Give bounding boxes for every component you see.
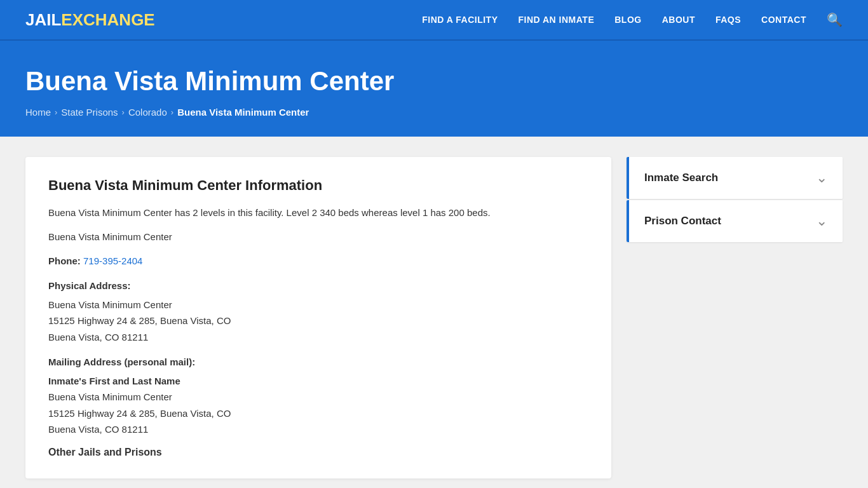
breadcrumb-sep-1: › [55, 107, 57, 117]
inmate-search-label: Inmate Search [644, 172, 718, 184]
chevron-down-icon: ⌄ [816, 170, 827, 186]
breadcrumb-home[interactable]: Home [25, 107, 51, 118]
main-container: Buena Vista Minimum Center Information B… [0, 137, 868, 488]
logo-exchange: EXCHANGE [61, 10, 154, 29]
sidebar-inmate-search: Inmate Search ⌄ [627, 157, 843, 199]
breadcrumb-state[interactable]: Colorado [128, 107, 167, 118]
nav-faqs[interactable]: FAQs [715, 15, 741, 25]
nav-links: FIND A FACILITY FIND AN INMATE BLOG ABOU… [422, 12, 843, 27]
phone-link[interactable]: 719-395-2404 [83, 255, 142, 266]
nav-find-facility[interactable]: FIND A FACILITY [422, 15, 498, 25]
mailing-address-line1: 15125 Highway 24 & 285, Buena Vista, CO [48, 405, 588, 422]
chevron-down-icon-2: ⌄ [816, 213, 827, 229]
breadcrumb-sep-3: › [171, 107, 173, 117]
physical-address-line2: Buena Vista, CO 81211 [48, 329, 588, 346]
prison-contact-header[interactable]: Prison Contact ⌄ [627, 200, 843, 242]
navbar: JAILEXCHANGE FIND A FACILITY FIND AN INM… [0, 0, 868, 41]
logo-jail: JAIL [25, 10, 61, 29]
mailing-address-line2: Buena Vista, CO 81211 [48, 421, 588, 438]
prison-contact-label: Prison Contact [644, 215, 721, 227]
nav-find-inmate[interactable]: FIND AN INMATE [518, 15, 594, 25]
content-title: Buena Vista Minimum Center Information [48, 177, 588, 194]
phone-row: Phone: 719-395-2404 [48, 254, 588, 269]
mailing-address-block: Mailing Address (personal mail): Inmate'… [48, 354, 588, 438]
mailing-inmate-name-label: Inmate's First and Last Name [48, 373, 588, 390]
breadcrumb-state-prisons[interactable]: State Prisons [61, 107, 118, 118]
facility-name-text: Buena Vista Minimum Center [48, 229, 588, 245]
physical-address-block: Physical Address: Buena Vista Minimum Ce… [48, 278, 588, 345]
other-jails-heading: Other Jails and Prisons [48, 447, 588, 458]
mailing-address-label: Mailing Address (personal mail): [48, 354, 588, 370]
nav-blog[interactable]: BLOG [614, 15, 641, 25]
content-description: Buena Vista Minimum Center has 2 levels … [48, 205, 588, 220]
breadcrumb-current: Buena Vista Minimum Center [177, 107, 309, 118]
content-card: Buena Vista Minimum Center Information B… [25, 157, 611, 478]
breadcrumb-sep-2: › [122, 107, 125, 117]
nav-about[interactable]: ABOUT [662, 15, 695, 25]
mailing-address-name: Buena Vista Minimum Center [48, 389, 588, 405]
hero-section: Buena Vista Minimum Center Home › State … [0, 41, 868, 137]
logo[interactable]: JAILEXCHANGE [25, 10, 155, 30]
phone-label: Phone: [48, 255, 81, 266]
sidebar-prison-contact: Prison Contact ⌄ [627, 200, 843, 242]
inmate-search-header[interactable]: Inmate Search ⌄ [627, 157, 843, 199]
breadcrumb: Home › State Prisons › Colorado › Buena … [25, 107, 843, 118]
physical-address-label: Physical Address: [48, 278, 588, 294]
nav-contact[interactable]: CONTACT [761, 15, 806, 25]
physical-address-line1: 15125 Highway 24 & 285, Buena Vista, CO [48, 313, 588, 329]
page-title: Buena Vista Minimum Center [25, 66, 843, 97]
search-icon[interactable]: 🔍 [827, 12, 843, 27]
physical-address-name: Buena Vista Minimum Center [48, 297, 588, 313]
sidebar: Inmate Search ⌄ Prison Contact ⌄ [627, 157, 843, 478]
